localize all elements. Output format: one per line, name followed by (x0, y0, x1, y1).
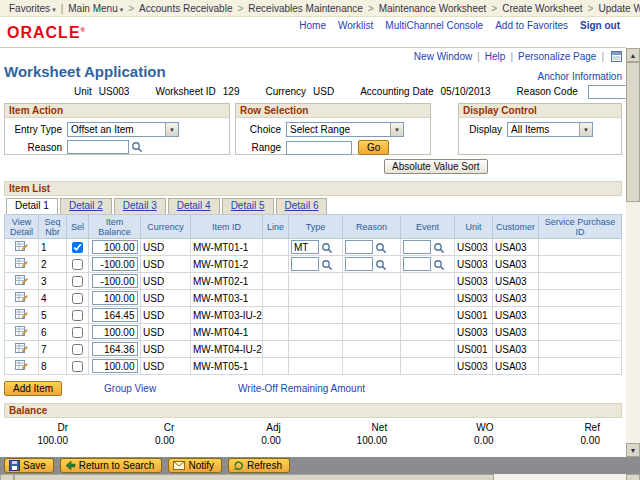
col-sel: Sel (67, 215, 89, 239)
page-bar-icon[interactable] (611, 51, 622, 62)
seq-nbr-cell: 1 (39, 239, 67, 256)
tab-detail-5[interactable]: Detail 5 (222, 198, 274, 214)
entry-type-select[interactable]: Offset an Item ▼ (67, 122, 179, 137)
item-balance-input[interactable] (92, 291, 138, 305)
reason-input[interactable] (345, 240, 373, 254)
tab-detail-4[interactable]: Detail 4 (168, 198, 220, 214)
currency-cell: USD (141, 341, 191, 358)
view-detail-icon[interactable] (15, 308, 28, 320)
item-id-cell: MW-MT05-1 (191, 358, 263, 375)
vertical-scrollbar[interactable]: ▲ ▼ (626, 48, 640, 457)
reason-input[interactable] (345, 257, 373, 271)
group-view-link[interactable]: Group View (104, 383, 156, 394)
col-event: Event (401, 215, 455, 239)
notify-button[interactable]: Notify (168, 458, 222, 473)
tab-detail-2[interactable]: Detail 2 (60, 198, 112, 214)
unit-value: US003 (99, 86, 130, 97)
row-select-checkbox[interactable] (72, 259, 83, 270)
item-balance-input[interactable] (92, 359, 138, 373)
lookup-icon[interactable] (433, 242, 445, 254)
item-balance-input[interactable] (92, 342, 138, 356)
worksheet-id-value: 129 (223, 86, 240, 97)
row-select-checkbox[interactable] (72, 293, 83, 304)
lookup-icon[interactable] (375, 242, 387, 254)
row-select-checkbox[interactable] (72, 276, 83, 287)
home-link[interactable]: Home (299, 20, 326, 31)
breadcrumb-item-receivables-maintenance[interactable]: Receivables Maintenance (245, 3, 366, 14)
absolute-value-sort-button[interactable]: Absolute Value Sort (384, 159, 488, 174)
view-detail-icon[interactable] (15, 257, 28, 269)
display-select[interactable]: All Items ▼ (507, 122, 593, 137)
item-balance-input[interactable] (92, 325, 138, 339)
item-balance-input[interactable] (92, 240, 138, 254)
horizontal-scrollbar[interactable] (0, 474, 640, 480)
type-cell (289, 273, 343, 290)
go-button[interactable]: Go (358, 140, 389, 155)
breadcrumb-item-create-worksheet[interactable]: Create Worksheet (499, 3, 585, 14)
event-input[interactable] (403, 257, 431, 271)
view-detail-icon[interactable] (15, 291, 28, 303)
sign-out-link[interactable]: Sign out (580, 20, 620, 31)
cr-label: Cr (122, 422, 174, 433)
worklist-link[interactable]: Worklist (338, 20, 373, 31)
vertical-scroll-thumb[interactable] (626, 62, 640, 202)
unit-cell: US001 (455, 341, 493, 358)
row-select-checkbox[interactable] (72, 242, 83, 253)
multichannel-console-link[interactable]: MultiChannel Console (385, 20, 483, 31)
lookup-icon[interactable] (131, 141, 143, 153)
favorites-menu[interactable]: Favorites▾ (6, 3, 59, 14)
table-header-row: View Detail Seq Nbr Sel Item Balance Cur… (5, 215, 622, 239)
horizontal-scroll-thumb[interactable] (14, 474, 494, 480)
anchor-information-link[interactable]: Anchor Information (538, 71, 623, 82)
main-menu[interactable]: Main Menu▾ (65, 3, 126, 14)
write-off-remaining-amount-link[interactable]: Write-Off Remaining Amount (238, 383, 365, 394)
item-balance-input[interactable] (92, 308, 138, 322)
event-input[interactable] (403, 240, 431, 254)
view-detail-icon[interactable] (15, 325, 28, 337)
tab-detail-3[interactable]: Detail 3 (114, 198, 166, 214)
item-action-reason-input[interactable] (67, 140, 129, 154)
scroll-up-arrow[interactable]: ▲ (626, 48, 640, 62)
scroll-left-arrow[interactable] (0, 474, 14, 480)
add-item-button[interactable]: Add Item (4, 381, 62, 396)
col-item-id: Item ID (191, 215, 263, 239)
scroll-right-arrow[interactable] (626, 474, 640, 480)
row-selection-title: Row Selection (236, 104, 430, 118)
item-balance-input[interactable] (92, 274, 138, 288)
breadcrumb-item-maintenance-worksheet[interactable]: Maintenance Worksheet (376, 3, 490, 14)
tab-detail-6[interactable]: Detail 6 (276, 198, 328, 214)
type-input[interactable] (291, 257, 319, 271)
view-detail-icon[interactable] (15, 274, 28, 286)
type-input[interactable] (291, 240, 319, 254)
scroll-down-arrow[interactable]: ▼ (626, 443, 640, 457)
refresh-button[interactable]: Refresh (228, 458, 290, 473)
lookup-icon[interactable] (321, 259, 333, 271)
lookup-icon[interactable] (433, 259, 445, 271)
row-select-checkbox[interactable] (72, 344, 83, 355)
help-link[interactable]: Help (485, 51, 506, 62)
save-button[interactable]: Save (4, 458, 54, 473)
breadcrumb-item-accounts-receivable[interactable]: Accounts Receivable (136, 3, 235, 14)
view-detail-icon[interactable] (15, 240, 28, 252)
reason-code-input[interactable] (588, 85, 626, 99)
unit-cell: US003 (455, 324, 493, 341)
tab-detail-1[interactable]: Detail 1 (6, 198, 58, 214)
add-to-favorites-link[interactable]: Add to Favorites (495, 20, 568, 31)
view-detail-icon[interactable] (15, 359, 28, 371)
range-input[interactable] (286, 141, 352, 155)
row-select-checkbox[interactable] (72, 310, 83, 321)
view-detail-icon[interactable] (15, 342, 28, 354)
col-customer: Customer (493, 215, 539, 239)
lookup-icon[interactable] (375, 259, 387, 271)
personalize-page-link[interactable]: Personalize Page (518, 51, 596, 62)
row-select-checkbox[interactable] (72, 361, 83, 372)
choice-select[interactable]: Select Range ▼ (286, 122, 404, 137)
breadcrumb-item-update-worksheet[interactable]: Update Worksheet (595, 3, 640, 14)
item-balance-input[interactable] (92, 257, 138, 271)
row-select-checkbox[interactable] (72, 327, 83, 338)
new-window-link[interactable]: New Window (414, 51, 472, 62)
range-label: Range (241, 142, 281, 153)
return-to-search-button[interactable]: Return to Search (60, 458, 163, 473)
lookup-icon[interactable] (321, 242, 333, 254)
currency-value: USD (313, 86, 334, 97)
